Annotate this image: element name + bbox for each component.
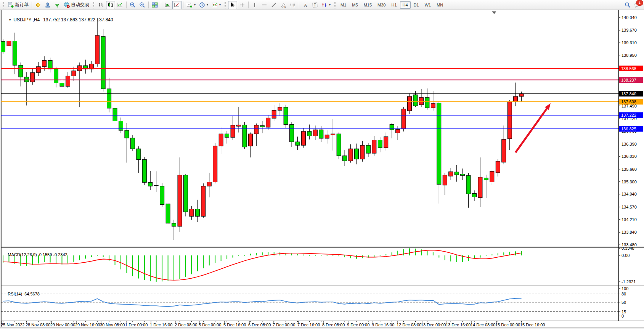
- symbol-dropdown-icon[interactable]: ▼: [8, 18, 11, 22]
- text-tool-button[interactable]: A: [301, 1, 310, 9]
- candle: [225, 134, 229, 137]
- timeframe-w1-button[interactable]: W1: [422, 1, 434, 9]
- new-chart-button[interactable]: ▾: [185, 1, 197, 9]
- timeframe-m5-button[interactable]: M5: [349, 1, 360, 9]
- candle: [290, 125, 294, 142]
- toolbar-grip[interactable]: [224, 2, 226, 8]
- svg-text:0.00: 0.00: [622, 253, 630, 258]
- periods-button[interactable]: ▾: [198, 1, 210, 9]
- candle: [142, 159, 146, 182]
- timeframe-h1-button[interactable]: H1: [389, 1, 399, 9]
- candle: [36, 67, 40, 72]
- candle: [24, 77, 29, 82]
- notifications-button[interactable]: 1: [633, 1, 642, 9]
- chart-shift-button[interactable]: [172, 1, 181, 9]
- dropdown-caret-icon: ▾: [194, 3, 196, 6]
- separator: [248, 2, 249, 8]
- fibonacci-tool-button[interactable]: F: [288, 1, 297, 9]
- timeframe-m1-button[interactable]: M1: [338, 1, 349, 9]
- zoom-in-button[interactable]: [128, 1, 137, 9]
- svg-text:14 Dec 08:00: 14 Dec 08:00: [471, 323, 495, 327]
- chart-canvas[interactable]: 140.040139.670139.310138.950137.490137.1…: [0, 0, 644, 329]
- separator: [161, 2, 161, 8]
- tile-windows-icon: [152, 2, 158, 8]
- chart-shift-marker[interactable]: [492, 11, 496, 14]
- auto-trading-label: 自动交易: [71, 2, 89, 8]
- candle-chart-button[interactable]: [106, 1, 115, 9]
- candle: [331, 134, 335, 135]
- auto-trading-button[interactable]: 自动交易: [62, 1, 91, 9]
- candle: [13, 41, 17, 66]
- timeframe-d1-button[interactable]: D1: [411, 1, 422, 9]
- timeframe-m30-button[interactable]: M30: [375, 1, 388, 9]
- svg-text:140.040: 140.040: [622, 15, 637, 20]
- signals-button[interactable]: [53, 1, 62, 9]
- line-chart-icon: [117, 2, 123, 8]
- cursor-button[interactable]: [228, 1, 237, 9]
- timeframe-m15-button[interactable]: M15: [361, 1, 374, 9]
- svg-text:15 Dec 00:00: 15 Dec 00:00: [495, 323, 520, 327]
- svg-text:1 Dec 00:00: 1 Dec 00:00: [125, 323, 148, 327]
- toolbar-grip[interactable]: [93, 2, 95, 8]
- svg-text:139.310: 139.310: [622, 40, 637, 45]
- new-order-button[interactable]: 新订单: [6, 1, 30, 9]
- horizontal-lines[interactable]: [1, 67, 626, 130]
- svg-text:139.670: 139.670: [622, 28, 637, 32]
- channel-tool-button[interactable]: E: [279, 1, 288, 9]
- signal-icon: [54, 2, 60, 8]
- candle: [48, 60, 52, 69]
- candle: [514, 96, 518, 102]
- auto-scroll-button[interactable]: [163, 1, 172, 9]
- arrows-tool-button[interactable]: ▾: [320, 1, 332, 9]
- svg-text:13 Dec 00:00: 13 Dec 00:00: [421, 323, 446, 327]
- svg-text:0: 0: [622, 314, 624, 318]
- search-button[interactable]: [623, 1, 632, 9]
- tile-windows-button[interactable]: [150, 1, 159, 9]
- toolbar-grip[interactable]: [334, 2, 336, 8]
- timeframe-mn-button[interactable]: MN: [434, 1, 446, 9]
- candle: [313, 130, 317, 136]
- quotes-button[interactable]: [34, 1, 43, 9]
- svg-text:12 Dec 08:00: 12 Dec 08:00: [397, 323, 421, 327]
- vertical-line-tool-button[interactable]: [250, 1, 259, 9]
- separator: [32, 2, 32, 8]
- svg-text:25 Nov 2022: 25 Nov 2022: [1, 323, 24, 327]
- svg-text:-1.2321: -1.2321: [622, 279, 636, 284]
- dropdown-caret-icon: ▾: [329, 3, 331, 6]
- candle: [307, 132, 312, 136]
- trend-arrow[interactable]: [516, 103, 551, 152]
- candle: [366, 145, 370, 153]
- zoom-out-button[interactable]: [138, 1, 147, 9]
- candle: [213, 146, 217, 182]
- candle: [408, 96, 412, 111]
- candle: [401, 109, 406, 129]
- candle: [7, 41, 11, 46]
- macd-values: 0.1559 -0.2342: [39, 252, 67, 257]
- symbol-period-label: USDJPY-,H4: [13, 17, 40, 22]
- timeframe-h4-button[interactable]: H4: [400, 1, 411, 9]
- crosshair-button[interactable]: [238, 1, 247, 9]
- candle: [284, 107, 288, 124]
- label-tool-button[interactable]: T: [310, 1, 320, 9]
- trendline-tool-button[interactable]: [269, 1, 278, 9]
- horizontal-line-tool-button[interactable]: [260, 1, 269, 9]
- candle: [266, 118, 270, 127]
- svg-text:A: A: [304, 2, 308, 8]
- candle: [413, 95, 418, 106]
- new-order-icon: [8, 2, 14, 8]
- profile-button[interactable]: [43, 1, 52, 9]
- candle: [31, 72, 35, 82]
- toolbar-grip[interactable]: [2, 2, 4, 8]
- candlestick-icon: [108, 2, 114, 8]
- bar-chart-button[interactable]: [96, 1, 106, 9]
- svg-text:134.570: 134.570: [622, 205, 637, 209]
- candle: [183, 175, 188, 212]
- separator: [126, 2, 127, 8]
- line-chart-button[interactable]: [116, 1, 125, 9]
- zoom-out-icon: [139, 2, 145, 8]
- indicators-button[interactable]: ▾: [210, 1, 222, 9]
- candle: [490, 171, 494, 182]
- svg-text:135.660: 135.660: [622, 167, 637, 172]
- crosshair-icon: [239, 2, 245, 8]
- candle: [260, 125, 264, 127]
